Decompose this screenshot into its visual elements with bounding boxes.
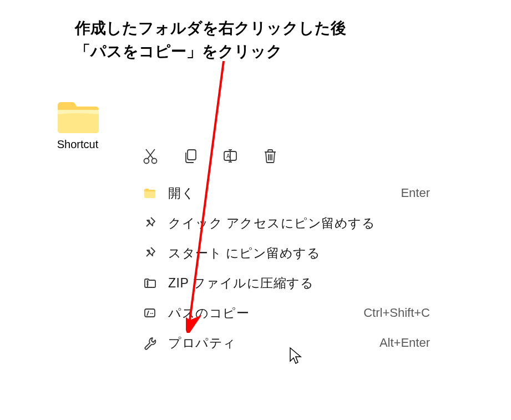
svg-point-2 [152, 159, 157, 164]
folder-open-icon [141, 185, 158, 201]
svg-rect-19 [145, 309, 155, 317]
menu-zip-label: ZIP ファイルに圧縮する [168, 277, 420, 290]
pin-icon [141, 245, 158, 261]
quick-actions-row: A [130, 143, 441, 178]
menu-properties-label: プロパティ [168, 337, 370, 350]
delete-icon[interactable] [261, 147, 279, 165]
svg-line-4 [146, 149, 153, 159]
menu-open-shortcut: Enter [401, 187, 430, 199]
menu-pin-start[interactable]: スタート にピン留めする [130, 238, 441, 268]
desktop-folder[interactable]: Shortcut [47, 99, 108, 151]
menu-properties-shortcut: Alt+Enter [380, 337, 430, 349]
menu-zip[interactable]: ZIP ファイルに圧縮する [130, 268, 441, 298]
menu-copy-path-label: パスのコピー [168, 307, 353, 320]
menu-pin-start-label: スタート にピン留めする [168, 247, 420, 260]
copy-path-icon [141, 305, 158, 321]
copy-icon[interactable] [181, 147, 199, 165]
svg-line-3 [148, 149, 155, 159]
svg-point-1 [144, 159, 149, 164]
context-menu: A 開く Enter [130, 136, 441, 358]
svg-line-20 [147, 311, 149, 316]
menu-pin-quick-label: クイック アクセスにピン留めする [168, 217, 420, 230]
zip-icon [141, 275, 158, 291]
svg-rect-5 [188, 150, 196, 160]
menu-open[interactable]: 開く Enter [130, 178, 441, 208]
svg-point-21 [150, 313, 151, 314]
mouse-cursor-icon [289, 347, 303, 366]
instruction-line-1: 作成したフォルダを右クリックした後 [75, 19, 346, 37]
rename-icon[interactable]: A [221, 147, 239, 165]
cut-icon[interactable] [141, 147, 159, 165]
folder-icon [55, 99, 100, 135]
menu-pin-quick-access[interactable]: クイック アクセスにピン留めする [130, 208, 441, 238]
svg-point-22 [152, 313, 153, 314]
menu-copy-path-shortcut: Ctrl+Shift+C [363, 307, 430, 319]
instruction-text: 作成したフォルダを右クリックした後 「パスをコピー」をクリック [75, 17, 346, 63]
pin-icon [141, 215, 158, 231]
menu-open-label: 開く [168, 187, 391, 200]
wrench-icon [141, 335, 158, 351]
menu-copy-path[interactable]: パスのコピー Ctrl+Shift+C [130, 298, 441, 328]
folder-label: Shortcut [47, 138, 108, 151]
svg-text:A: A [226, 153, 230, 159]
instruction-line-2: 「パスをコピー」をクリック [75, 43, 282, 60]
menu-properties[interactable]: プロパティ Alt+Enter [130, 328, 441, 358]
